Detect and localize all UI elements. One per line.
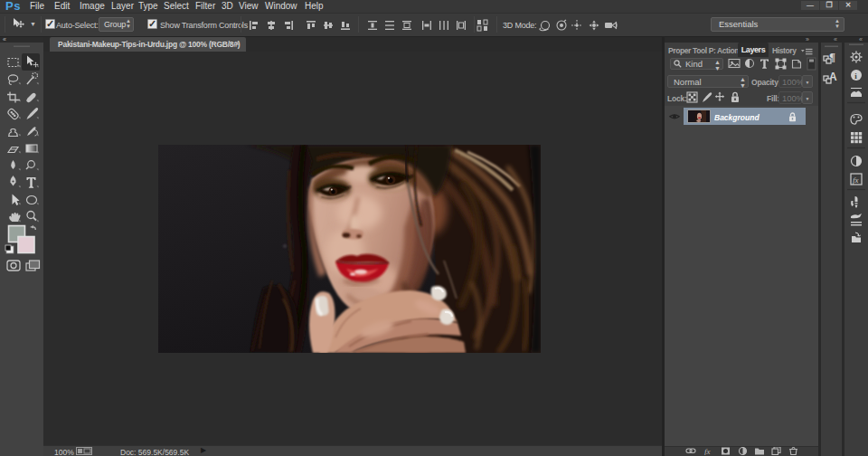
svg-text:fx: fx	[704, 447, 711, 455]
svg-text:fx: fx	[853, 176, 859, 185]
